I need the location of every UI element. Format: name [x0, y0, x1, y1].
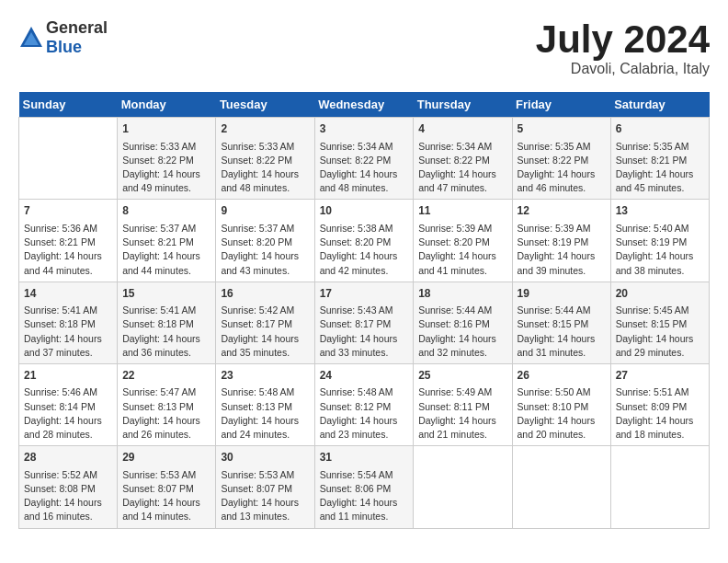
calendar-cell: 8Sunrise: 5:37 AM Sunset: 8:21 PM Daylig… [118, 200, 216, 282]
day-number: 17 [320, 286, 409, 302]
day-number: 15 [122, 286, 210, 302]
day-info: Sunrise: 5:37 AM Sunset: 8:21 PM Dayligh… [122, 222, 210, 278]
calendar-cell: 20Sunrise: 5:45 AM Sunset: 8:15 PM Dayli… [610, 282, 709, 363]
day-info: Sunrise: 5:39 AM Sunset: 8:20 PM Dayligh… [418, 222, 506, 278]
calendar-cell: 25Sunrise: 5:49 AM Sunset: 8:11 PM Dayli… [414, 363, 512, 445]
calendar-cell: 28Sunrise: 5:52 AM Sunset: 8:08 PM Dayli… [19, 446, 118, 528]
calendar-table: SundayMondayTuesdayWednesdayThursdayFrid… [18, 92, 710, 528]
day-info: Sunrise: 5:34 AM Sunset: 8:22 PM Dayligh… [418, 140, 506, 196]
day-info: Sunrise: 5:52 AM Sunset: 8:08 PM Dayligh… [24, 468, 112, 524]
day-info: Sunrise: 5:42 AM Sunset: 8:17 PM Dayligh… [221, 304, 309, 360]
day-number: 25 [418, 368, 506, 384]
week-row-2: 14Sunrise: 5:41 AM Sunset: 8:18 PM Dayli… [19, 282, 710, 363]
calendar-cell: 23Sunrise: 5:48 AM Sunset: 8:13 PM Dayli… [216, 363, 314, 445]
day-number: 11 [418, 203, 506, 219]
calendar-cell: 24Sunrise: 5:48 AM Sunset: 8:12 PM Dayli… [314, 363, 414, 445]
day-info: Sunrise: 5:35 AM Sunset: 8:22 PM Dayligh… [518, 140, 606, 196]
calendar-cell: 27Sunrise: 5:51 AM Sunset: 8:09 PM Dayli… [610, 363, 709, 445]
calendar-cell: 9Sunrise: 5:37 AM Sunset: 8:20 PM Daylig… [216, 200, 314, 282]
day-info: Sunrise: 5:35 AM Sunset: 8:21 PM Dayligh… [616, 140, 704, 196]
page-header: General Blue July 2024 Davoli, Calabria,… [18, 18, 710, 77]
day-number: 8 [122, 203, 210, 219]
day-info: Sunrise: 5:33 AM Sunset: 8:22 PM Dayligh… [122, 140, 210, 196]
day-info: Sunrise: 5:37 AM Sunset: 8:20 PM Dayligh… [221, 222, 309, 278]
day-number: 31 [320, 450, 409, 465]
day-number: 20 [616, 286, 704, 302]
calendar-cell [610, 446, 709, 528]
day-number: 28 [24, 450, 112, 465]
day-number: 10 [320, 203, 409, 219]
calendar-cell: 18Sunrise: 5:44 AM Sunset: 8:16 PM Dayli… [414, 282, 512, 363]
header-saturday: Saturday [610, 92, 709, 118]
week-row-0: 1Sunrise: 5:33 AM Sunset: 8:22 PM Daylig… [19, 118, 710, 200]
calendar-cell: 21Sunrise: 5:46 AM Sunset: 8:14 PM Dayli… [19, 363, 118, 445]
calendar-cell: 19Sunrise: 5:44 AM Sunset: 8:15 PM Dayli… [512, 282, 610, 363]
calendar-cell: 12Sunrise: 5:39 AM Sunset: 8:19 PM Dayli… [512, 200, 610, 282]
calendar-cell [414, 446, 512, 528]
day-number: 5 [518, 121, 606, 137]
day-number: 26 [518, 368, 606, 384]
calendar-body: 1Sunrise: 5:33 AM Sunset: 8:22 PM Daylig… [19, 118, 710, 528]
header-monday: Monday [118, 92, 216, 118]
day-info: Sunrise: 5:33 AM Sunset: 8:22 PM Dayligh… [221, 140, 309, 196]
logo-blue: Blue [46, 38, 82, 56]
logo: General Blue [18, 18, 108, 57]
calendar-cell: 22Sunrise: 5:47 AM Sunset: 8:13 PM Dayli… [118, 363, 216, 445]
day-info: Sunrise: 5:36 AM Sunset: 8:21 PM Dayligh… [24, 222, 112, 278]
day-number: 2 [221, 121, 309, 137]
day-info: Sunrise: 5:38 AM Sunset: 8:20 PM Dayligh… [320, 222, 409, 278]
calendar-cell: 30Sunrise: 5:53 AM Sunset: 8:07 PM Dayli… [216, 446, 314, 528]
calendar-cell: 31Sunrise: 5:54 AM Sunset: 8:06 PM Dayli… [314, 446, 414, 528]
day-info: Sunrise: 5:40 AM Sunset: 8:19 PM Dayligh… [616, 222, 704, 278]
title-block: July 2024 Davoli, Calabria, Italy [536, 18, 710, 77]
calendar-cell: 4Sunrise: 5:34 AM Sunset: 8:22 PM Daylig… [414, 118, 512, 200]
day-info: Sunrise: 5:44 AM Sunset: 8:16 PM Dayligh… [418, 304, 506, 360]
calendar-cell [512, 446, 610, 528]
day-number: 9 [221, 203, 309, 219]
main-title: July 2024 [536, 18, 710, 61]
subtitle: Davoli, Calabria, Italy [536, 61, 710, 77]
day-info: Sunrise: 5:53 AM Sunset: 8:07 PM Dayligh… [221, 468, 309, 524]
day-info: Sunrise: 5:53 AM Sunset: 8:07 PM Dayligh… [122, 468, 210, 524]
day-info: Sunrise: 5:34 AM Sunset: 8:22 PM Dayligh… [320, 140, 409, 196]
calendar-cell [19, 118, 118, 200]
day-number: 14 [24, 286, 112, 302]
day-info: Sunrise: 5:39 AM Sunset: 8:19 PM Dayligh… [518, 222, 606, 278]
day-number: 19 [518, 286, 606, 302]
day-number: 29 [122, 450, 210, 465]
day-info: Sunrise: 5:44 AM Sunset: 8:15 PM Dayligh… [518, 304, 606, 360]
day-number: 12 [518, 203, 606, 219]
day-info: Sunrise: 5:49 AM Sunset: 8:11 PM Dayligh… [418, 385, 506, 442]
calendar-cell: 7Sunrise: 5:36 AM Sunset: 8:21 PM Daylig… [19, 200, 118, 282]
week-row-4: 28Sunrise: 5:52 AM Sunset: 8:08 PM Dayli… [19, 446, 710, 528]
day-info: Sunrise: 5:43 AM Sunset: 8:17 PM Dayligh… [320, 304, 409, 360]
day-info: Sunrise: 5:48 AM Sunset: 8:12 PM Dayligh… [320, 385, 409, 442]
calendar-cell: 1Sunrise: 5:33 AM Sunset: 8:22 PM Daylig… [118, 118, 216, 200]
day-info: Sunrise: 5:54 AM Sunset: 8:06 PM Dayligh… [320, 468, 409, 524]
calendar-cell: 2Sunrise: 5:33 AM Sunset: 8:22 PM Daylig… [216, 118, 314, 200]
day-number: 30 [221, 450, 309, 465]
calendar-header-row: SundayMondayTuesdayWednesdayThursdayFrid… [19, 92, 710, 118]
logo-general: General [46, 18, 108, 37]
day-info: Sunrise: 5:46 AM Sunset: 8:14 PM Dayligh… [24, 385, 112, 442]
day-info: Sunrise: 5:48 AM Sunset: 8:13 PM Dayligh… [221, 385, 309, 442]
header-tuesday: Tuesday [216, 92, 314, 118]
day-number: 16 [221, 286, 309, 302]
day-number: 3 [320, 121, 409, 137]
day-number: 23 [221, 368, 309, 384]
day-number: 13 [616, 203, 704, 219]
day-number: 22 [122, 368, 210, 384]
calendar-cell: 13Sunrise: 5:40 AM Sunset: 8:19 PM Dayli… [610, 200, 709, 282]
header-thursday: Thursday [414, 92, 512, 118]
week-row-3: 21Sunrise: 5:46 AM Sunset: 8:14 PM Dayli… [19, 363, 710, 445]
calendar-cell: 16Sunrise: 5:42 AM Sunset: 8:17 PM Dayli… [216, 282, 314, 363]
calendar-cell: 17Sunrise: 5:43 AM Sunset: 8:17 PM Dayli… [314, 282, 414, 363]
day-info: Sunrise: 5:45 AM Sunset: 8:15 PM Dayligh… [616, 304, 704, 360]
day-info: Sunrise: 5:41 AM Sunset: 8:18 PM Dayligh… [24, 304, 112, 360]
day-number: 24 [320, 368, 409, 384]
day-info: Sunrise: 5:50 AM Sunset: 8:10 PM Dayligh… [518, 385, 606, 442]
logo-icon [18, 25, 44, 51]
calendar-cell: 26Sunrise: 5:50 AM Sunset: 8:10 PM Dayli… [512, 363, 610, 445]
day-number: 6 [616, 121, 704, 137]
calendar-cell: 11Sunrise: 5:39 AM Sunset: 8:20 PM Dayli… [414, 200, 512, 282]
